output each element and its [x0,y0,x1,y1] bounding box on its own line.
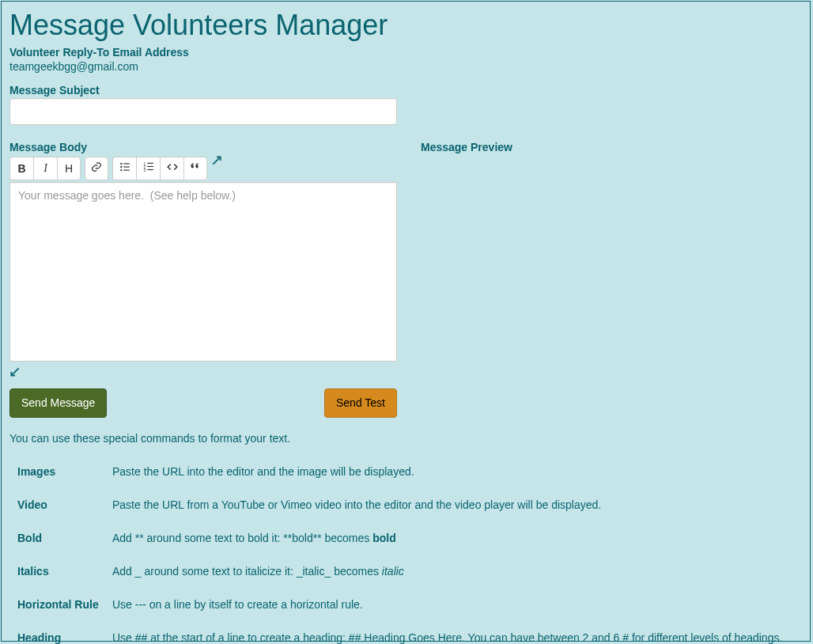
help-desc: Use --- on a line by itself to create a … [112,598,363,611]
help-desc: Paste the URL into the editor and the im… [112,465,414,478]
bold-button[interactable]: B [9,157,33,180]
editor-toolbar: B I H [9,157,397,180]
subject-input[interactable] [9,98,397,125]
help-row-images: Images Paste the URL into the editor and… [9,459,802,484]
help-desc-text: Add ** around some text to bold it: **bo… [112,532,372,544]
svg-text:3: 3 [143,169,146,172]
svg-point-2 [120,169,122,171]
help-key: Bold [17,532,112,544]
help-row-video: Video Paste the URL from a YouTube or Vi… [9,492,802,517]
svg-point-1 [120,166,122,168]
svg-line-13 [11,368,18,375]
svg-rect-3 [123,163,130,164]
help-key: Images [17,465,112,478]
italic-button[interactable]: I [33,157,57,180]
help-desc: Use ## at the start of a line to create … [112,631,782,644]
svg-line-12 [213,157,220,164]
send-message-button[interactable]: Send Message [9,388,107,419]
svg-point-0 [120,163,122,165]
page-title: Message Volunteers Manager [9,9,802,41]
help-key: Heading [17,631,112,644]
code-icon [167,161,178,175]
preview-label: Message Preview [421,141,802,153]
help-table: Images Paste the URL into the editor and… [9,459,802,644]
help-key: Italics [17,565,112,578]
help-row-bold: Bold Add ** around some text to bold it:… [9,525,802,551]
list-ul-icon [119,161,130,175]
quote-button[interactable] [183,157,207,180]
svg-rect-4 [123,167,130,168]
help-row-italics: Italics Add _ around some text to italic… [9,559,802,584]
message-volunteers-panel: Message Volunteers Manager Volunteer Rep… [1,1,811,642]
expand-editor-toggle[interactable] [211,155,222,166]
svg-rect-11 [147,169,153,170]
unordered-list-button[interactable] [112,157,136,180]
help-desc-text: Add _ around some text to italicize it: … [112,565,382,578]
svg-rect-5 [123,170,130,171]
list-ol-icon: 1 2 3 [143,161,154,175]
help-desc: Add _ around some text to italicize it: … [112,565,404,578]
help-key: Video [17,498,112,511]
link-icon [91,161,102,175]
help-desc: Paste the URL from a YouTube or Vimeo vi… [112,498,601,511]
reply-to-value: teamgeekbgg@gmail.com [9,60,802,73]
help-desc: Add ** around some text to bold it: **bo… [112,532,396,544]
help-row-heading: Heading Use ## at the start of a line to… [9,625,802,644]
svg-rect-10 [147,166,153,167]
link-button[interactable] [85,157,108,180]
reply-to-label: Volunteer Reply-To Email Address [9,46,802,59]
code-button[interactable] [160,157,183,180]
help-key: Horizontal Rule [17,598,112,611]
quote-icon [190,161,201,175]
help-desc-bold: bold [372,532,396,544]
send-test-button[interactable]: Send Test [324,388,397,419]
svg-rect-9 [147,163,153,164]
message-body-textarea[interactable] [9,182,397,362]
subject-label: Message Subject [9,84,802,97]
help-row-hr: Horizontal Rule Use --- on a line by its… [9,592,802,617]
ordered-list-button[interactable]: 1 2 3 [136,157,160,180]
help-desc-italic: italic [382,565,404,578]
collapse-editor-toggle[interactable] [9,366,21,377]
heading-button[interactable]: H [57,157,81,180]
body-label: Message Body [9,141,397,153]
help-intro: You can use these special commands to fo… [9,432,802,445]
